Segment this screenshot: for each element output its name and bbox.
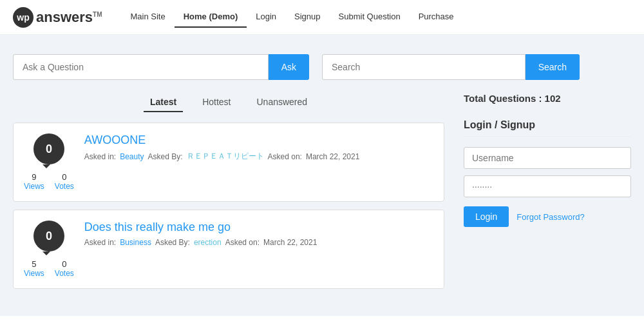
asked-in-label: Asked in:: [84, 152, 116, 161]
nav-home-demo[interactable]: Home (Demo): [175, 6, 247, 28]
vote-section: 0 9 Views 0 Votes: [24, 133, 74, 191]
votes-count: 0: [62, 259, 66, 269]
tab-hottest[interactable]: Hottest: [196, 93, 237, 112]
login-button[interactable]: Login: [464, 206, 509, 227]
tab-latest[interactable]: Latest: [144, 93, 183, 112]
logo: wp answersTM: [13, 7, 102, 28]
nav-purchase[interactable]: Purchase: [410, 6, 463, 28]
login-signup-title: Login / Signup: [464, 119, 631, 137]
question-date: March 22, 2021: [306, 152, 359, 161]
login-form: Login Forgot Password?: [464, 147, 631, 227]
asked-in-label: Asked in:: [84, 238, 116, 247]
two-col-layout: Latest Hottest Unanswered 0 9 Views: [13, 93, 631, 297]
question-meta: Asked in: Business Asked By: erection As…: [84, 238, 433, 247]
password-field[interactable]: [464, 175, 631, 197]
total-questions-section: Total Questions : 102: [464, 93, 631, 104]
sidebar: Total Questions : 102 Login / Signup Log…: [464, 93, 631, 297]
top-bar: Ask Search: [13, 54, 631, 80]
total-questions: Total Questions : 102: [464, 93, 631, 104]
asked-on-label: Asked on:: [268, 152, 302, 161]
asked-on-label: Asked on:: [225, 238, 260, 247]
username-field[interactable]: [464, 147, 631, 169]
question-content: AWOOONE Asked in: Beauty Asked By: ＲＥＰＥＡ…: [84, 133, 433, 162]
question-card: 0 5 Views 0 Votes: [13, 210, 444, 289]
ask-input[interactable]: [13, 54, 269, 80]
header: wp answersTM Main Site Home (Demo) Login…: [0, 0, 644, 35]
search-input[interactable]: [322, 54, 526, 80]
content-area: Ask Search Latest Hottest Unanswered: [13, 54, 631, 297]
votes-label: Votes: [55, 182, 74, 191]
question-meta: Asked in: Beauty Asked By: ＲＥＰＥＡＴリピート As…: [84, 151, 433, 162]
vote-stats: 9 Views 0 Votes: [24, 172, 74, 191]
question-author[interactable]: erection: [194, 238, 222, 247]
question-tabs: Latest Hottest Unanswered: [13, 93, 444, 112]
ask-button[interactable]: Ask: [269, 54, 309, 80]
votes-count: 0: [62, 172, 66, 182]
views-stat: 9 Views: [24, 172, 44, 191]
login-signup-section: Login / Signup Login Forgot Password?: [464, 119, 631, 227]
views-label: Views: [24, 269, 44, 278]
ask-bar: Ask: [13, 54, 309, 80]
asked-by-label: Asked By:: [148, 152, 183, 161]
question-title[interactable]: Does this really make me go: [84, 221, 433, 234]
logo-wp-badge: wp: [13, 7, 33, 28]
logo-text: answersTM: [36, 9, 102, 26]
question-title[interactable]: AWOOONE: [84, 133, 433, 147]
vote-stats: 5 Views 0 Votes: [24, 259, 74, 278]
question-category[interactable]: Beauty: [120, 152, 144, 161]
question-content: Does this really make me go Asked in: Bu…: [84, 221, 433, 247]
votes-label: Votes: [55, 269, 74, 278]
nav-signup[interactable]: Signup: [285, 6, 329, 28]
nav-login[interactable]: Login: [247, 6, 285, 28]
nav-main-site[interactable]: Main Site: [122, 6, 175, 28]
asked-by-label: Asked By:: [155, 238, 190, 247]
votes-stat: 0 Votes: [55, 172, 74, 191]
views-count: 9: [32, 172, 36, 182]
question-category[interactable]: Business: [120, 238, 151, 247]
vote-count-bubble: 0: [33, 221, 64, 251]
main-column: Latest Hottest Unanswered 0 9 Views: [13, 93, 444, 297]
vote-count-bubble: 0: [33, 133, 64, 164]
tab-unanswered[interactable]: Unanswered: [250, 93, 314, 112]
nav-submit-question[interactable]: Submit Question: [330, 6, 410, 28]
votes-stat: 0 Votes: [55, 259, 74, 278]
question-card: 0 9 Views 0 Votes: [13, 123, 444, 202]
search-button[interactable]: Search: [526, 54, 580, 80]
views-stat: 5 Views: [24, 259, 44, 278]
main-wrapper: Ask Search Latest Hottest Unanswered: [0, 35, 644, 316]
views-count: 5: [32, 259, 36, 269]
login-actions: Login Forgot Password?: [464, 206, 631, 227]
main-nav: Main Site Home (Demo) Login Signup Submi…: [122, 6, 463, 28]
question-author[interactable]: ＲＥＰＥＡＴリピート: [187, 151, 264, 162]
forgot-password-link[interactable]: Forgot Password?: [516, 212, 585, 222]
views-label: Views: [24, 182, 44, 191]
search-bar: Search: [322, 54, 580, 80]
vote-section: 0 5 Views 0 Votes: [24, 221, 74, 278]
question-date: March 22, 2021: [263, 238, 317, 247]
